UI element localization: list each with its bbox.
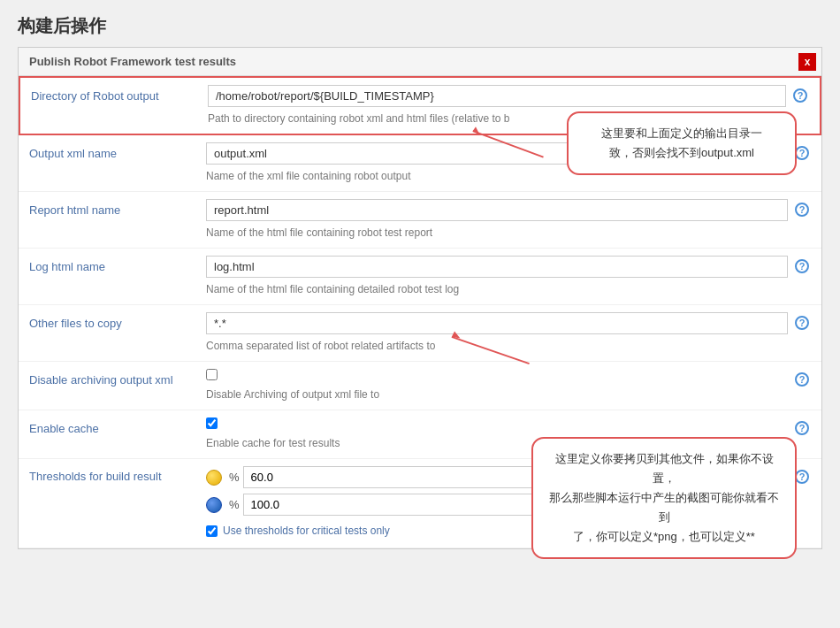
disable-archiving-checkbox[interactable] [206,369,218,380]
critical-checkbox[interactable] [206,525,218,537]
yellow-circle-icon [206,470,222,486]
other-files-input[interactable] [206,312,788,334]
bottom-callout-text: 这里定义你要拷贝到其他文件，如果你不设置， 那么那些脚本运行中产生的截图可能你就… [549,452,779,543]
output-xml-label: Output xml name [29,142,206,160]
blue-circle-icon [206,497,222,513]
enable-cache-checkbox[interactable] [206,417,218,429]
other-files-input-area: Comma separated list of robot related ar… [206,312,788,354]
thresholds-label: Thresholds for build result [29,466,206,483]
disable-archiving-row: Disable archiving output xml Disable Arc… [19,362,821,410]
log-html-input-area: Name of the html file containing detaile… [206,256,788,297]
panel-header: Publish Robot Framework test results [19,48,821,76]
enable-cache-help[interactable]: ? [793,419,811,437]
robot-dir-label: Directory of Robot output [31,85,208,103]
other-files-label: Other files to copy [29,312,206,330]
help-circle-icon: ? [795,316,809,330]
critical-label: Use thresholds for critical tests only [223,525,390,537]
help-circle-icon: ? [795,146,809,160]
log-html-row: Log html name Name of the html file cont… [19,249,821,305]
report-html-input[interactable] [206,199,788,221]
top-callout-text: 这里要和上面定义的输出目录一 致，否则会找不到output.xml [601,126,762,159]
page-title: 构建后操作 [0,0,840,47]
percent-sign-blue: % [229,498,240,511]
log-html-input[interactable] [206,256,788,278]
report-html-input-area: Name of the html file containing robot t… [206,199,788,241]
help-circle-icon: ? [795,259,809,273]
report-html-help[interactable]: ? [793,201,811,218]
other-files-hint: Comma separated list of robot related ar… [206,338,788,354]
log-html-help[interactable]: ? [793,257,811,275]
report-html-hint: Name of the html file containing robot t… [206,225,788,241]
close-button[interactable]: x [798,53,816,71]
report-html-row: Report html name Name of the html file c… [19,192,821,249]
help-circle-icon: ? [795,372,809,387]
percent-sign-yellow: % [229,471,240,484]
log-html-hint: Name of the html file containing detaile… [206,281,788,297]
bottom-callout: 这里定义你要拷贝到其他文件，如果你不设置， 那么那些脚本运行中产生的截图可能你就… [531,437,797,559]
disable-archiving-label: Disable archiving output xml [29,369,206,387]
help-circle-icon: ? [793,88,807,103]
disable-archiving-input-area: Disable Archiving of output xml file to [206,369,788,402]
help-circle-icon: ? [795,203,809,217]
other-files-row: Other files to copy Comma separated list… [19,305,821,362]
disable-archiving-help[interactable]: ? [793,371,811,388]
help-circle-icon: ? [795,421,809,435]
top-callout: 这里要和上面定义的输出目录一 致，否则会找不到output.xml [567,111,797,175]
log-html-label: Log html name [29,256,206,273]
disable-archiving-hint: Disable Archiving of output xml file to [206,387,788,402]
report-html-label: Report html name [29,199,206,217]
help-circle-icon: ? [795,470,809,484]
robot-dir-help[interactable]: ? [791,87,809,104]
robot-dir-input[interactable] [208,85,786,107]
other-files-help[interactable]: ? [793,314,811,332]
enable-cache-label: Enable cache [29,417,206,435]
